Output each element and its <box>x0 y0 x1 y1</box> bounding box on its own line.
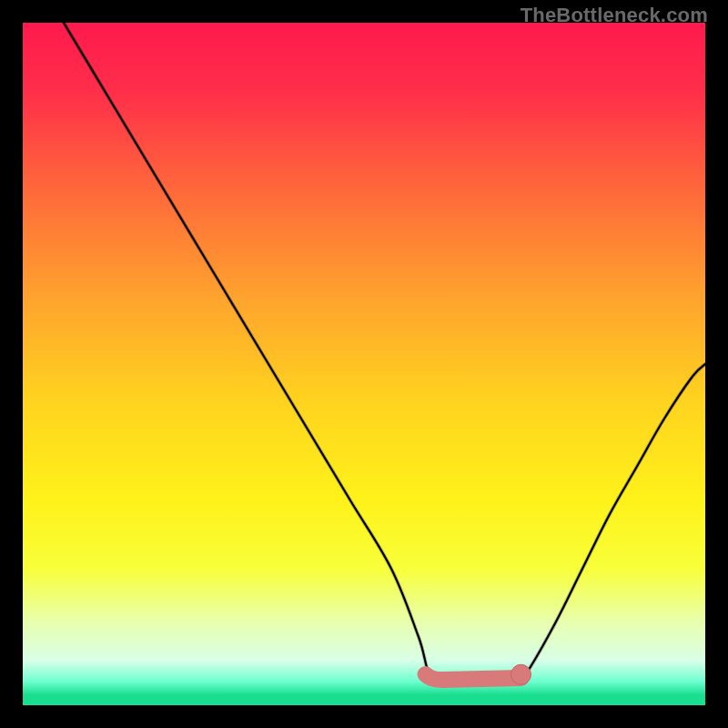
chart-container: TheBottleneck.com <box>0 0 728 728</box>
watermark-text: TheBottleneck.com <box>521 4 708 27</box>
bottleneck-plot <box>23 23 705 705</box>
trough-marker <box>426 674 521 680</box>
trough-marker-knob <box>511 664 531 684</box>
